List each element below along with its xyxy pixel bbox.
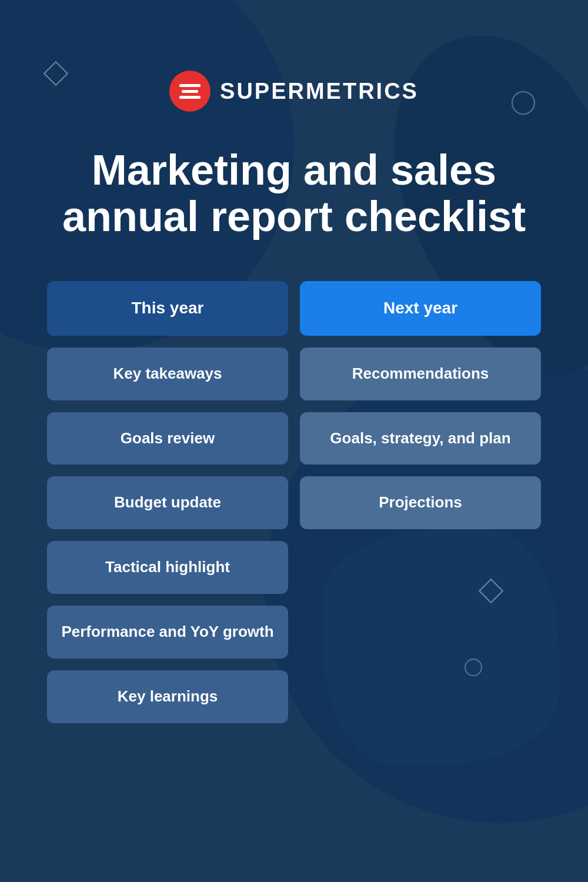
logo-text: SUPERMETRICS xyxy=(220,79,419,104)
goals-review-button[interactable]: Goals review xyxy=(47,412,288,465)
tactical-highlight-button[interactable]: Tactical highlight xyxy=(47,541,288,594)
buttons-grid: This year Next year Key takeaways Recomm… xyxy=(47,281,541,723)
budget-update-button[interactable]: Budget update xyxy=(47,476,288,529)
next-year-tab-button[interactable]: Next year xyxy=(300,281,541,335)
this-year-tab-button[interactable]: This year xyxy=(47,281,288,335)
performance-yoy-button[interactable]: Performance and YoY growth xyxy=(47,606,288,659)
key-learnings-button[interactable]: Key learnings xyxy=(47,670,288,723)
recommendations-button[interactable]: Recommendations xyxy=(300,348,541,400)
main-heading: Marketing and sales annual report checkl… xyxy=(47,147,541,240)
logo-icon xyxy=(169,71,211,112)
projections-button[interactable]: Projections xyxy=(300,476,541,529)
logo-area: SUPERMETRICS xyxy=(169,71,419,112)
goals-strategy-plan-button[interactable]: Goals, strategy, and plan xyxy=(300,412,541,465)
key-takeaways-button[interactable]: Key takeaways xyxy=(47,348,288,400)
